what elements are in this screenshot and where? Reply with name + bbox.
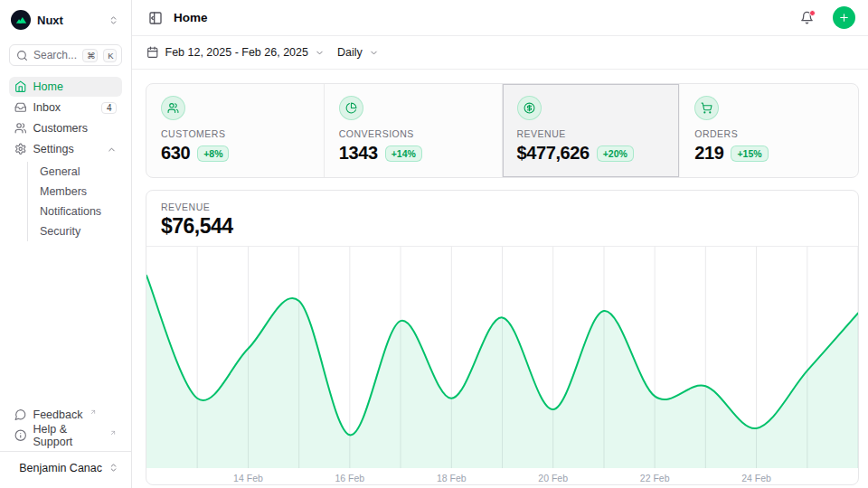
stat-orders[interactable]: ORDERS 219 +15% [680,84,858,177]
external-link-icon [90,408,97,416]
stats-row: CUSTOMERS 630 +8% CONVERSIONS 1343 +14% [146,83,859,178]
chevrons-up-down-icon [108,463,118,473]
sidebar-item-label: Home [33,80,118,93]
sidebar-item-inbox[interactable]: Inbox 4 [9,98,122,117]
feedback-link[interactable]: Feedback [9,405,122,425]
users-icon [161,96,185,120]
x-axis-label: 20 Feb [538,473,568,483]
granularity-select[interactable]: Daily [337,46,379,59]
inbox-icon [14,101,27,114]
sidebar-subitem-notifications[interactable]: Notifications [28,202,122,221]
workspace-switcher[interactable]: Nuxt [9,7,122,33]
inbox-count-badge: 4 [101,102,117,114]
x-axis-label: 22 Feb [640,473,670,483]
stat-label: CONVERSIONS [339,128,487,139]
top-header: Home [132,0,868,36]
kbd-k: K [103,49,117,62]
sidebar-subitem-general[interactable]: General [28,162,122,182]
stat-customers[interactable]: CUSTOMERS 630 +8% [146,84,325,177]
home-icon [14,80,27,93]
chevron-down-icon [315,48,325,58]
revenue-area-chart[interactable] [146,247,858,468]
user-menu[interactable]: Benjamin Canac [9,457,122,478]
sidebar-item-customers[interactable]: Customers [9,118,122,138]
date-range-value: Feb 12, 2025 - Feb 26, 2025 [165,46,308,59]
stat-label: REVENUE [517,128,665,139]
date-range-picker[interactable]: Feb 12, 2025 - Feb 26, 2025 [146,46,325,59]
users-icon [14,122,27,135]
sidebar-nav: Home Inbox 4 Customers Settings [9,77,122,160]
sidebar: Nuxt Search... ⌘ K Home Inbox 4 [0,0,132,488]
stat-value: 630 [161,143,190,164]
sidebar-item-home[interactable]: Home [9,77,122,97]
x-axis-label: 24 Feb [741,473,771,483]
dollar-circle-icon [517,96,542,120]
stat-label: CUSTOMERS [161,128,309,139]
x-axis: 14 Feb16 Feb18 Feb20 Feb22 Feb24 Feb [146,468,858,484]
revenue-chart-card: REVENUE $76,544 14 Feb16 Feb18 Feb20 Feb… [146,190,859,485]
sidebar-collapse-button[interactable] [146,9,165,27]
gear-icon [14,143,27,155]
sidebar-subitem-members[interactable]: Members [28,182,122,202]
page-title: Home [174,11,788,24]
sidebar-item-label: Customers [33,122,118,135]
plus-icon [838,12,850,23]
stat-delta-badge: +20% [597,145,634,162]
dashboard-content: CUSTOMERS 630 +8% CONVERSIONS 1343 +14% [132,70,868,488]
stat-value: 1343 [339,143,378,164]
stat-value: $477,626 [517,143,590,164]
chart-current-value: $76,544 [161,214,844,239]
footer-item-label: Help & Support [33,423,103,448]
chevron-up-icon [107,145,117,155]
add-button[interactable] [833,6,855,29]
sidebar-item-label: Settings [33,143,101,155]
sidebar-footer: Feedback Help & Support Benjamin Canac [9,405,122,488]
chevrons-up-down-icon [108,15,118,25]
x-axis-label: 18 Feb [437,473,467,483]
sidebar-item-settings[interactable]: Settings [9,139,122,159]
sidebar-item-label: Inbox [33,101,96,114]
stat-delta-badge: +8% [197,145,229,162]
kbd-cmd: ⌘ [82,49,98,62]
help-support-link[interactable]: Help & Support [9,426,122,446]
filters-toolbar: Feb 12, 2025 - Feb 26, 2025 Daily [132,36,868,70]
search-placeholder: Search... [33,49,77,61]
external-link-icon [109,429,117,436]
chevron-down-icon [369,48,379,58]
stat-value: 219 [694,143,723,164]
subitem-label: Notifications [40,205,101,218]
chat-bubble-icon [14,408,27,421]
brand-name: Nuxt [37,14,102,27]
notifications-button[interactable] [797,8,816,27]
pie-chart-icon [339,96,363,120]
stat-revenue[interactable]: REVENUE $477,626 +20% [503,84,681,177]
chart-header: REVENUE $76,544 [146,191,858,247]
nuxt-logo-icon [11,10,31,30]
calendar-icon [146,46,159,59]
subitem-label: General [40,165,80,178]
chart-title: REVENUE [161,202,844,212]
subitem-label: Members [40,185,87,198]
main-area: Home Feb 12, 2025 - Feb 26, 2025 Daily [132,0,868,488]
search-input[interactable]: Search... ⌘ K [9,44,122,66]
subitem-label: Security [40,225,80,238]
settings-subnav: General Members Notifications Security [27,162,122,241]
x-axis-label: 14 Feb [233,473,263,483]
footer-item-label: Feedback [33,408,83,421]
granularity-value: Daily [337,46,363,59]
notification-dot [809,10,816,16]
stat-delta-badge: +15% [731,145,768,162]
user-name: Benjamin Canac [19,462,102,474]
sidebar-subitem-security[interactable]: Security [28,221,122,241]
stat-delta-badge: +14% [385,145,422,162]
x-axis-label: 16 Feb [335,473,364,483]
search-icon [16,50,28,61]
stat-label: ORDERS [694,128,844,139]
stat-conversions[interactable]: CONVERSIONS 1343 +14% [325,84,503,177]
info-icon [14,429,27,442]
cart-icon [694,96,719,120]
